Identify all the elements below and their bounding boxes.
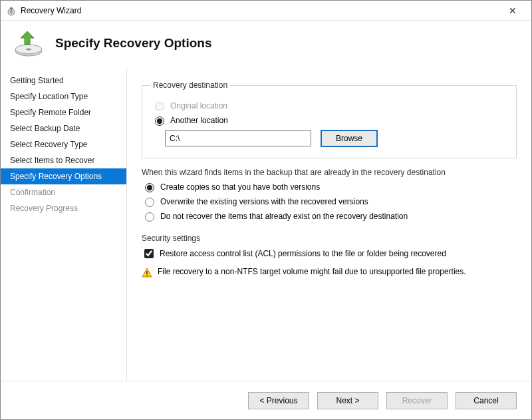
destination-path-row: Browse bbox=[165, 130, 507, 147]
browse-button[interactable]: Browse bbox=[321, 130, 378, 147]
step-recovery-progress[interactable]: Recovery Progress bbox=[1, 200, 126, 216]
window-title: Recovery Wizard bbox=[21, 6, 499, 15]
page-title: Specify Recovery Options bbox=[55, 36, 211, 51]
conflict-create-copies-radio[interactable] bbox=[145, 183, 154, 192]
conflict-create-copies-option[interactable]: Create copies so that you have both vers… bbox=[142, 181, 517, 192]
step-select-backup-date[interactable]: Select Backup Date bbox=[1, 120, 126, 136]
step-select-items-to-recover[interactable]: Select Items to Recover bbox=[1, 152, 126, 168]
svg-point-4 bbox=[26, 49, 31, 51]
ntfs-warning: File recovery to a non-NTFS target volum… bbox=[142, 267, 517, 280]
original-location-option: Original location bbox=[152, 100, 507, 111]
step-specify-remote-folder[interactable]: Specify Remote Folder bbox=[1, 105, 126, 120]
step-specify-recovery-options[interactable]: Specify Recovery Options bbox=[1, 168, 126, 184]
step-confirmation[interactable]: Confirmation bbox=[1, 184, 126, 200]
conflict-skip-label[interactable]: Do not recover the items that already ex… bbox=[160, 212, 408, 221]
original-location-label: Original location bbox=[170, 101, 227, 110]
next-button[interactable]: Next > bbox=[317, 392, 378, 409]
previous-button[interactable]: < Previous bbox=[248, 392, 309, 409]
step-specify-location-type[interactable]: Specify Location Type bbox=[1, 89, 126, 105]
warning-text: File recovery to a non-NTFS target volum… bbox=[158, 267, 466, 276]
recovery-wizard-window: Recovery Wizard ✕ Specify Recovery Optio… bbox=[0, 0, 532, 420]
conflict-create-copies-label[interactable]: Create copies so that you have both vers… bbox=[160, 182, 320, 192]
wizard-header: Specify Recovery Options bbox=[1, 21, 531, 69]
conflict-overwrite-radio[interactable] bbox=[145, 198, 154, 207]
another-location-radio[interactable] bbox=[155, 116, 164, 126]
titlebar: Recovery Wizard ✕ bbox=[1, 1, 531, 21]
svg-point-1 bbox=[11, 11, 13, 13]
warning-icon bbox=[142, 267, 152, 280]
conflict-overwrite-label[interactable]: Overwrite the existing versions with the… bbox=[160, 197, 368, 206]
conflict-skip-option[interactable]: Do not recover the items that already ex… bbox=[142, 210, 517, 222]
security-legend: Security settings bbox=[142, 234, 517, 243]
another-location-option[interactable]: Another location bbox=[152, 114, 507, 126]
recovery-destination-legend: Recovery destination bbox=[150, 81, 230, 90]
wizard-content: Recovery destination Original location A… bbox=[127, 69, 531, 381]
step-getting-started[interactable]: Getting Started bbox=[1, 73, 126, 89]
close-button[interactable]: ✕ bbox=[499, 5, 526, 16]
conflict-skip-radio[interactable] bbox=[145, 212, 154, 222]
destination-path-input[interactable] bbox=[165, 130, 311, 146]
wizard-footer: < Previous Next > Recover Cancel bbox=[1, 381, 531, 419]
another-location-label[interactable]: Another location bbox=[170, 116, 228, 125]
cancel-button[interactable]: Cancel bbox=[456, 392, 517, 409]
wizard-body: Getting Started Specify Location Type Sp… bbox=[1, 69, 531, 381]
svg-rect-6 bbox=[146, 275, 148, 276]
recovery-app-icon bbox=[6, 5, 17, 16]
original-location-radio bbox=[155, 102, 164, 111]
recovery-destination-group: Recovery destination Original location A… bbox=[142, 81, 517, 158]
wizard-steps-sidebar: Getting Started Specify Location Type Sp… bbox=[1, 69, 127, 381]
restore-acl-checkbox[interactable] bbox=[144, 249, 154, 258]
svg-rect-5 bbox=[146, 271, 148, 274]
conflict-overwrite-option[interactable]: Overwrite the existing versions with the… bbox=[142, 196, 517, 207]
step-select-recovery-type[interactable]: Select Recovery Type bbox=[1, 136, 126, 152]
conflict-legend: When this wizard finds items in the back… bbox=[142, 168, 517, 177]
recover-button: Recover bbox=[386, 392, 448, 409]
recovery-large-icon bbox=[13, 27, 45, 59]
restore-acl-label[interactable]: Restore access control list (ACL) permis… bbox=[160, 249, 446, 258]
restore-acl-option[interactable]: Restore access control list (ACL) permis… bbox=[142, 247, 517, 260]
